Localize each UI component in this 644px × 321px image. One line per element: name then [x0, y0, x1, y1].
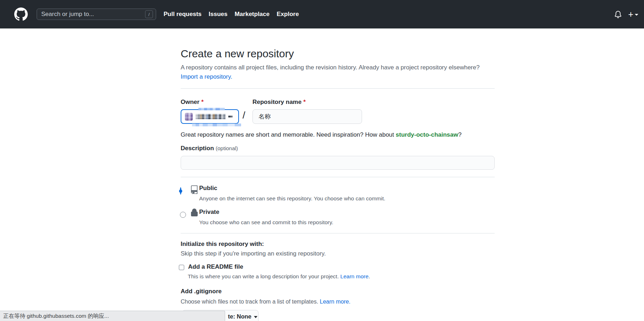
public-radio[interactable]	[180, 187, 181, 195]
page-title: Create a new repository	[181, 48, 294, 60]
divider	[181, 88, 495, 89]
repository-name-label: Repository name*	[252, 99, 306, 106]
status-text: 正在等待 github.githubassets.com 的响应...	[3, 312, 109, 320]
description-label: Description(optional)	[181, 145, 238, 152]
owner-caret-censored	[228, 116, 233, 117]
repo-name-hint: Great repository names are short and mem…	[181, 131, 462, 138]
plus-icon: +	[628, 10, 633, 18]
required-asterisk: *	[303, 99, 306, 105]
lock-icon	[190, 207, 199, 218]
navbar-right: +	[614, 10, 638, 18]
owner-repo-separator: /	[243, 110, 245, 121]
gitignore-heading: Add .gitignore	[181, 288, 222, 295]
gitignore-learn-more-link[interactable]: Learn more.	[320, 299, 350, 305]
caret-down-icon	[635, 14, 638, 16]
global-search: /	[37, 9, 156, 20]
page-subtitle: A repository contains all project files,…	[181, 64, 480, 71]
create-repository-form: Create a new repository A repository con…	[181, 0, 495, 321]
initialize-note: Skip this step if you're importing an ex…	[181, 250, 326, 257]
initialize-heading: Initialize this repository with:	[181, 241, 264, 248]
caret-down-icon	[254, 316, 257, 318]
readme-checkbox[interactable]	[179, 265, 184, 270]
github-logo-icon[interactable]	[14, 7, 28, 21]
repo-book-icon	[190, 185, 199, 195]
private-option-label[interactable]: Private	[199, 209, 219, 216]
readme-note: This is where you can write a long descr…	[188, 273, 370, 280]
censor-artifact	[198, 108, 225, 110]
browser-status-bar: 正在等待 github.githubassets.com 的响应...	[0, 311, 225, 321]
gitignore-select-visible-label: te: None	[228, 313, 251, 320]
public-option-description: Anyone on the internet can see this repo…	[199, 195, 385, 202]
owner-avatar-censored	[185, 113, 193, 121]
gitignore-note: Choose which files not to track from a l…	[181, 299, 351, 305]
public-option-label[interactable]: Public	[199, 185, 217, 192]
slash-key-hint: /	[145, 10, 153, 18]
private-radio[interactable]	[180, 212, 186, 218]
divider	[181, 177, 495, 177]
required-asterisk: *	[201, 99, 204, 105]
owner-label: Owner*	[181, 99, 204, 106]
description-input[interactable]	[181, 156, 495, 170]
import-repository-link[interactable]: Import a repository.	[181, 73, 232, 80]
repository-name-input[interactable]	[252, 109, 362, 124]
owner-name-censored	[196, 114, 225, 119]
owner-select-button[interactable]	[181, 109, 239, 124]
censor-artifact	[192, 123, 241, 126]
private-option-description: You choose who can see and commit to thi…	[199, 219, 333, 226]
divider	[181, 233, 495, 233]
create-new-dropdown[interactable]: +	[628, 10, 638, 18]
search-input[interactable]	[41, 11, 145, 18]
readme-checkbox-label[interactable]: Add a README file	[188, 263, 243, 270]
suggested-name-link[interactable]: sturdy-octo-chainsaw	[396, 131, 458, 138]
optional-note: (optional)	[216, 145, 238, 151]
readme-learn-more-link[interactable]: Learn more	[340, 273, 368, 279]
bell-icon[interactable]	[614, 10, 622, 18]
